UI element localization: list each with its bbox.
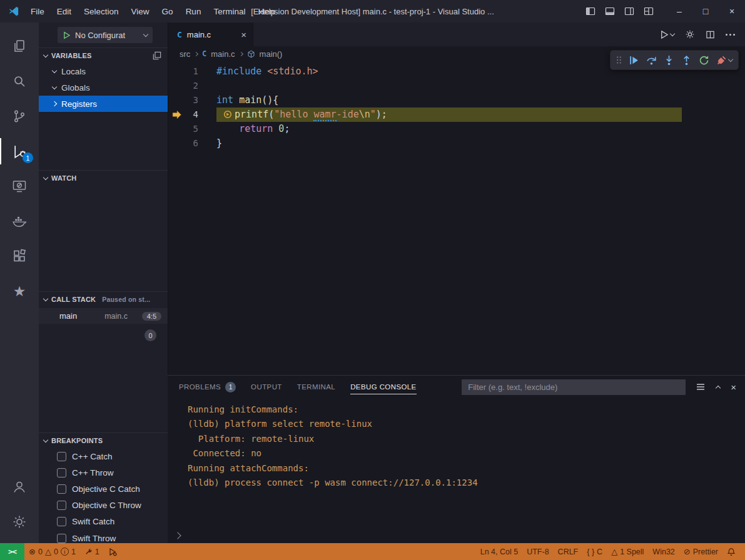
remote-explorer-icon[interactable] [0,169,39,204]
line-gutter[interactable]: 3 [168,93,216,108]
toolbar-grip-icon[interactable] [616,55,622,65]
more-actions-icon[interactable] [726,34,735,36]
launch-configuration-dropdown[interactable]: No Configurat [58,27,153,43]
tab-main-c[interactable]: C main.c × [168,22,253,46]
inline-breakpoint-icon[interactable] [223,110,232,119]
panel-tab-output[interactable]: OUTPUT [251,376,282,398]
panel-tab-terminal[interactable]: TERMINAL [297,376,335,398]
minimize-button[interactable]: – [666,0,692,22]
line-content[interactable]: return 0; [216,122,290,136]
breakpoint-checkbox[interactable] [57,452,66,461]
call-stack-section-header[interactable]: CALL STACK Paused on st... [39,292,168,307]
line-content[interactable]: } [216,136,222,151]
panel-tab-debug-console[interactable]: DEBUG CONSOLE [350,376,417,398]
line-gutter[interactable]: 5 [168,122,216,136]
breakpoint-checkbox[interactable] [57,484,66,494]
toggle-secondary-sidebar-icon[interactable] [624,6,634,16]
console-filter-input[interactable] [462,379,686,395]
remote-indicator[interactable]: >< [0,543,24,560]
maximize-panel-icon[interactable] [716,385,721,390]
breakpoint-checkbox[interactable] [57,501,66,510]
debug-disconnect-button[interactable] [716,55,732,66]
debug-step-over-button[interactable] [646,55,657,66]
breakpoint-row[interactable]: Objective C Throw [39,498,168,514]
search-icon[interactable] [0,64,39,99]
customize-layout-icon[interactable] [644,6,654,16]
start-debug-play-icon[interactable] [63,31,71,39]
collapse-all-icon[interactable] [153,51,161,60]
tools-indicator[interactable]: 1 [80,543,104,560]
breadcrumb-folder[interactable]: src [180,49,190,59]
code-editor[interactable]: 1#include <stdio.h>23int main(){4 printf… [168,64,745,151]
cursor-position[interactable]: Ln 4, Col 5 [476,543,522,560]
menu-view[interactable]: View [125,0,156,22]
settings-gear-icon[interactable] [0,504,39,539]
debug-step-into-button[interactable] [664,55,674,66]
debug-continue-button[interactable] [629,55,639,66]
line-gutter[interactable]: 2 [168,79,216,93]
line-gutter[interactable]: 6 [168,136,216,151]
menu-terminal[interactable]: Terminal [207,0,251,22]
problems-indicator[interactable]: ⊗ 0 △ 0 i 1 [24,543,80,560]
breadcrumb-symbol[interactable]: main() [260,49,283,59]
favorites-star-icon[interactable]: ★ [0,274,39,309]
line-gutter[interactable]: 4 [168,108,216,122]
console-input-chevron-icon[interactable] [174,532,181,539]
breakpoint-checkbox[interactable] [57,517,66,526]
stack-frame-row[interactable]: main main.c 4:5 [39,308,168,324]
line-content[interactable]: #include <stdio.h> [216,64,318,79]
debug-status-icon[interactable] [104,543,121,560]
source-control-icon[interactable] [0,99,39,134]
extensions-icon[interactable] [0,239,39,274]
docker-icon[interactable] [0,204,39,239]
panel-header: PROBLEMS1OUTPUTTERMINALDEBUG CONSOLE × [168,376,745,398]
menu-file[interactable]: File [24,0,51,22]
line-gutter[interactable]: 1 [168,64,216,79]
variables-section-header[interactable]: VARIABLES [39,48,168,63]
debug-restart-button[interactable] [699,55,709,66]
breakpoint-row[interactable]: Swift Catch [39,514,168,530]
close-panel-icon[interactable]: × [731,382,736,392]
menu-selection[interactable]: Selection [78,0,125,22]
panel-tab-problems[interactable]: PROBLEMS1 [179,376,236,398]
line-content[interactable]: printf("hello wamr-ide\n"); [216,108,682,122]
eol-indicator[interactable]: CRLF [554,543,583,560]
run-and-debug-icon[interactable]: 1 [0,134,39,169]
maximize-button[interactable]: □ [692,0,719,22]
filter-lines-icon[interactable] [696,382,706,392]
toggle-panel-icon[interactable] [605,6,615,16]
breakpoint-row[interactable]: C++ Throw [39,464,168,481]
variables-scope-locals[interactable]: Locals [39,63,168,79]
line-content[interactable]: int main(){ [216,93,278,108]
explorer-icon[interactable] [0,29,39,64]
breakpoint-checkbox[interactable] [57,534,66,543]
split-editor-icon[interactable] [706,30,715,39]
platform-indicator[interactable]: Win32 [648,543,679,560]
tab-close-icon[interactable]: × [241,30,246,39]
language-mode-indicator[interactable]: { } C [582,543,607,560]
variables-scope-registers[interactable]: Registers [39,96,168,112]
toggle-sidebar-icon[interactable] [585,6,595,16]
editor-settings-gear-icon[interactable] [685,29,695,39]
encoding-indicator[interactable]: UTF-8 [522,543,553,560]
breakpoint-checkbox[interactable] [57,468,66,478]
debug-step-out-button[interactable] [681,55,692,66]
run-file-button[interactable] [659,30,674,39]
breakpoints-section-header[interactable]: BREAKPOINTS [39,433,168,448]
breadcrumb-separator-icon [194,51,198,56]
spell-checker-indicator[interactable]: △ 1 Spell [607,543,648,560]
prettier-indicator[interactable]: ⊘ Prettier [679,543,722,560]
breadcrumb-file[interactable]: main.c [211,49,235,59]
notifications-bell-icon[interactable] [722,543,740,560]
thread-count-badge: 0 [144,329,156,341]
close-button[interactable]: × [719,0,745,22]
menu-run[interactable]: Run [180,0,208,22]
variables-scope-globals[interactable]: Globals [39,79,168,96]
breakpoint-row[interactable]: C++ Catch [39,448,168,464]
menu-go[interactable]: Go [156,0,180,22]
accounts-icon[interactable] [0,469,39,504]
menu-edit[interactable]: Edit [51,0,78,22]
line-number: 5 [193,124,198,134]
watch-section-header[interactable]: WATCH [39,171,168,186]
breakpoint-row[interactable]: Objective C Catch [39,481,168,497]
